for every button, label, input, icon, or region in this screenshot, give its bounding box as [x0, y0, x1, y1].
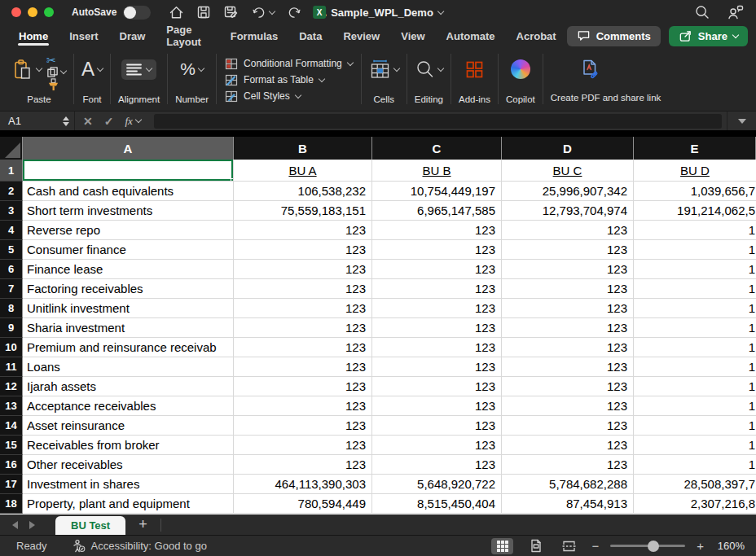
- cell-C17[interactable]: 5,648,920,722: [372, 475, 502, 494]
- cell-A13[interactable]: Acceptance receivables: [23, 396, 234, 416]
- cut-button[interactable]: ✂: [46, 55, 66, 66]
- cell-E14[interactable]: 1: [634, 416, 756, 436]
- cell-E15[interactable]: 1: [634, 436, 756, 455]
- fill-handle[interactable]: [231, 178, 234, 182]
- undo-button[interactable]: [251, 5, 275, 20]
- cell-E18[interactable]: 2,307,216,8: [634, 494, 756, 514]
- cell-E3[interactable]: 191,214,062,5: [634, 201, 756, 221]
- cell-A5[interactable]: Consumer finance: [23, 240, 234, 260]
- cell-D13[interactable]: 123: [502, 396, 634, 416]
- row-number-5[interactable]: 5: [0, 240, 23, 260]
- prev-sheet-arrow-icon[interactable]: [12, 521, 18, 529]
- cell-E6[interactable]: 1: [634, 260, 756, 279]
- normal-view-button[interactable]: [491, 538, 513, 554]
- row-number-16[interactable]: 16: [0, 455, 23, 475]
- row-number-9[interactable]: 9: [0, 318, 23, 338]
- cell-B5[interactable]: 123: [234, 240, 372, 260]
- search-icon[interactable]: [694, 4, 710, 20]
- formula-input[interactable]: [154, 114, 722, 129]
- format-as-table-button[interactable]: Format as Table: [225, 74, 353, 86]
- ribbon-tab-draw[interactable]: Draw: [109, 24, 156, 47]
- row-number-6[interactable]: 6: [0, 260, 23, 279]
- cell-B14[interactable]: 123: [234, 416, 372, 436]
- row-number-4[interactable]: 4: [0, 221, 23, 240]
- cell-B2[interactable]: 106,538,232: [234, 182, 372, 201]
- row-number-17[interactable]: 17: [0, 475, 23, 494]
- conditional-formatting-button[interactable]: Conditional Formatting: [225, 58, 353, 70]
- cell-E11[interactable]: 1: [634, 357, 756, 377]
- cell-E10[interactable]: 1: [634, 338, 756, 357]
- cell-D11[interactable]: 123: [502, 357, 634, 377]
- cell-D10[interactable]: 123: [502, 338, 634, 357]
- alignment-menu-button[interactable]: [121, 52, 156, 86]
- column-header-E[interactable]: E: [634, 137, 756, 160]
- comments-button[interactable]: Comments: [567, 26, 661, 46]
- page-layout-view-button[interactable]: [525, 538, 547, 554]
- cell-E16[interactable]: 1: [634, 455, 756, 475]
- redo-button[interactable]: [287, 5, 302, 20]
- cell-C1[interactable]: BU B: [372, 160, 502, 182]
- cell-A14[interactable]: Asset reinsurance: [23, 416, 234, 436]
- cell-C4[interactable]: 123: [372, 221, 502, 240]
- cell-D4[interactable]: 123: [502, 221, 634, 240]
- cell-A9[interactable]: Sharia investment: [23, 318, 234, 338]
- cell-D12[interactable]: 123: [502, 377, 634, 396]
- cell-C7[interactable]: 123: [372, 279, 502, 299]
- cell-E4[interactable]: 1: [634, 221, 756, 240]
- cell-D14[interactable]: 123: [502, 416, 634, 436]
- cell-A4[interactable]: Reverse repo: [23, 221, 234, 240]
- cell-A1-active[interactable]: [23, 160, 234, 182]
- ribbon-tab-automate[interactable]: Automate: [436, 24, 506, 47]
- cell-A12[interactable]: Ijarah assets: [23, 377, 234, 396]
- cell-D3[interactable]: 12,793,704,974: [502, 201, 634, 221]
- cell-B8[interactable]: 123: [234, 299, 372, 318]
- page-break-view-button[interactable]: [558, 538, 580, 554]
- ribbon-tab-insert[interactable]: Insert: [59, 24, 108, 47]
- cell-C3[interactable]: 6,965,147,585: [372, 201, 502, 221]
- cell-D2[interactable]: 25,996,907,342: [502, 182, 634, 201]
- fullscreen-window-button[interactable]: [44, 7, 54, 17]
- cell-B18[interactable]: 780,594,449: [234, 494, 372, 514]
- zoom-slider[interactable]: [610, 545, 685, 547]
- cells-menu-button[interactable]: [369, 52, 399, 86]
- row-number-3[interactable]: 3: [0, 201, 23, 221]
- cell-A15[interactable]: Receivables from broker: [23, 436, 234, 455]
- cell-E9[interactable]: 1: [634, 318, 756, 338]
- cell-E1[interactable]: BU D: [634, 160, 756, 182]
- cell-C13[interactable]: 123: [372, 396, 502, 416]
- row-number-11[interactable]: 11: [0, 357, 23, 377]
- cell-D17[interactable]: 5,784,682,288: [502, 475, 634, 494]
- cell-E13[interactable]: 1: [634, 396, 756, 416]
- cell-B4[interactable]: 123: [234, 221, 372, 240]
- confirm-entry-button[interactable]: ✓: [104, 115, 114, 128]
- cell-B13[interactable]: 123: [234, 396, 372, 416]
- cell-A10[interactable]: Premium and reinsurance receivab: [23, 338, 234, 357]
- add-sheet-button[interactable]: +: [138, 516, 147, 533]
- sheet-tab-bu-test[interactable]: BU Test: [55, 516, 125, 535]
- row-number-7[interactable]: 7: [0, 279, 23, 299]
- ribbon-tab-review[interactable]: Review: [332, 24, 390, 47]
- ribbon-tab-view[interactable]: View: [390, 24, 435, 47]
- cell-C14[interactable]: 123: [372, 416, 502, 436]
- cell-B11[interactable]: 123: [234, 357, 372, 377]
- cell-D9[interactable]: 123: [502, 318, 634, 338]
- addins-button[interactable]: [464, 52, 485, 86]
- cell-A6[interactable]: Finance lease: [23, 260, 234, 279]
- cell-E12[interactable]: 1: [634, 377, 756, 396]
- cell-A7[interactable]: Factoring receivables: [23, 279, 234, 299]
- number-menu-button[interactable]: %: [180, 52, 204, 86]
- cell-D5[interactable]: 123: [502, 240, 634, 260]
- row-number-18[interactable]: 18: [0, 494, 23, 514]
- cell-B15[interactable]: 123: [234, 436, 372, 455]
- cell-C5[interactable]: 123: [372, 240, 502, 260]
- cell-A17[interactable]: Investment in shares: [23, 475, 234, 494]
- create-pdf-button[interactable]: [579, 52, 600, 86]
- column-header-D[interactable]: D: [502, 137, 634, 160]
- column-header-C[interactable]: C: [372, 137, 502, 160]
- ribbon-tab-home[interactable]: Home: [8, 24, 59, 47]
- cell-E8[interactable]: 1: [634, 299, 756, 318]
- cell-D1[interactable]: BU C: [502, 160, 634, 182]
- cell-B12[interactable]: 123: [234, 377, 372, 396]
- cell-B17[interactable]: 464,113,390,303: [234, 475, 372, 494]
- ribbon-tab-formulas[interactable]: Formulas: [220, 24, 289, 47]
